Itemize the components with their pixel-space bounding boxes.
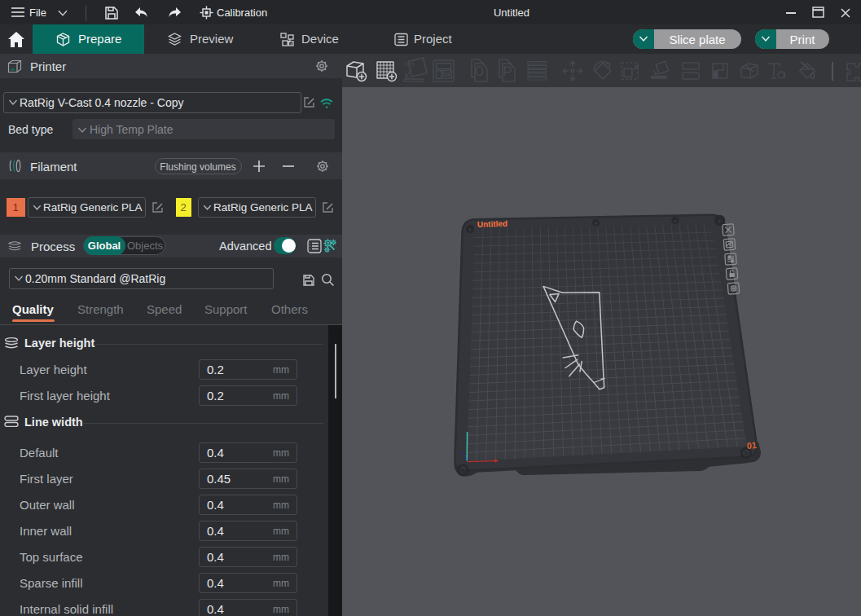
svg-text:Untitled: Untitled <box>477 219 508 229</box>
svg-text:01: 01 <box>746 440 757 451</box>
svg-text:AUTO: AUTO <box>404 63 415 67</box>
